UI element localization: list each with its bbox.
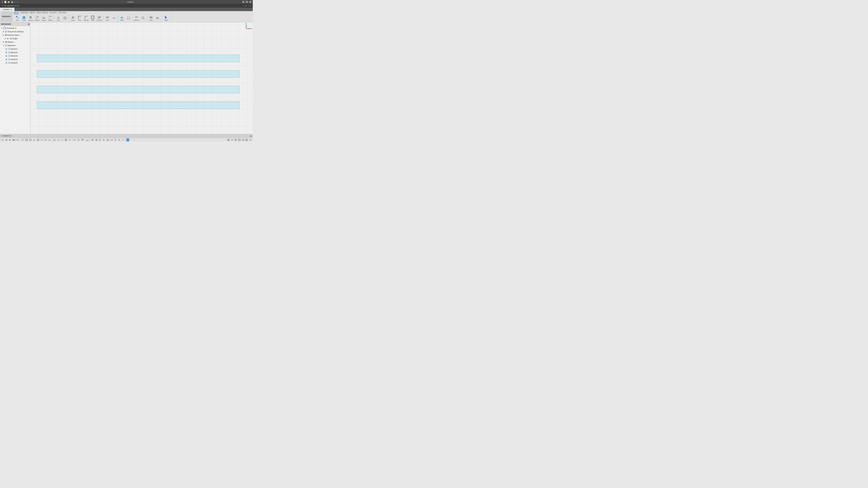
- tree-item-sketch1[interactable]: Sketch1: [0, 47, 30, 51]
- pan-icon[interactable]: [230, 138, 234, 141]
- automate-btn[interactable]: Auto: [55, 14, 61, 22]
- tree-item-sketch2[interactable]: Sketch2: [0, 51, 30, 54]
- sketch-project-btn[interactable]: [68, 138, 71, 141]
- measure-btn[interactable]: Measure: [133, 14, 140, 22]
- new-file-icon[interactable]: 📄: [4, 1, 7, 3]
- mode-plastic[interactable]: PLASTIC: [50, 12, 57, 14]
- view-cube-icon[interactable]: [241, 138, 245, 141]
- close-tab-icon[interactable]: ✕: [10, 8, 12, 10]
- design-dropdown[interactable]: DESIGN ▾: [1, 11, 12, 22]
- tree-visibility-sketch2[interactable]: [5, 52, 8, 53]
- sketch-circular-pattern-btn[interactable]: [77, 138, 81, 141]
- secondary-close-icon[interactable]: ✕: [250, 5, 251, 7]
- tree-item-sketch5[interactable]: Sketch5: [0, 61, 30, 65]
- shell-btn[interactable]: Shell: [90, 14, 96, 22]
- revolve-btn[interactable]: Revolve: [34, 14, 40, 22]
- tree-visibility-origin[interactable]: [7, 38, 9, 39]
- tree-visibility-sketch3[interactable]: [5, 55, 8, 57]
- tab-untitled[interactable]: Untitled ✕: [0, 8, 14, 11]
- sketch-polygon-btn[interactable]: [36, 138, 40, 141]
- sketch-rect-1[interactable]: [37, 55, 239, 62]
- sketch-break-btn[interactable]: [60, 138, 64, 141]
- sketch-rect-btn[interactable]: [25, 138, 28, 141]
- redo-icon[interactable]: ↪: [17, 1, 18, 3]
- mode-solid[interactable]: SOLID: [13, 12, 19, 14]
- mode-mesh[interactable]: MESH: [30, 12, 35, 14]
- combine-btn[interactable]: Combine: [96, 14, 102, 22]
- app-menu-icon[interactable]: ☰: [1, 1, 3, 3]
- sweep-btn[interactable]: Sweep: [41, 14, 47, 22]
- tree-item-bodies[interactable]: ▶ Bodies: [0, 40, 30, 44]
- sketch-trim-btn[interactable]: [53, 138, 56, 141]
- new-body-btn[interactable]: Body: [21, 14, 27, 22]
- viewport-canvas[interactable]: Z X: [30, 22, 253, 134]
- sketch-line-btn[interactable]: [21, 138, 25, 141]
- tree-item-sketches[interactable]: ▼ Sketches: [0, 44, 30, 47]
- sketch-offset-btn[interactable]: [64, 138, 68, 141]
- orbit-icon[interactable]: [227, 138, 230, 141]
- tree-visibility-sketch1[interactable]: [5, 48, 8, 50]
- undo-icon[interactable]: ↩: [14, 1, 16, 3]
- tree-item-doc-settings[interactable]: ▶ Document Settings: [0, 30, 30, 33]
- chamfer-btn[interactable]: Chamfer: [83, 14, 89, 22]
- zoom-icon[interactable]: [234, 138, 238, 141]
- mode-sheet-metal[interactable]: SHEET METAL: [36, 12, 48, 14]
- construct-btn2[interactable]: [125, 14, 132, 22]
- constraint-equal-btn[interactable]: [118, 138, 121, 141]
- mode-utilities[interactable]: UTILITIES: [58, 12, 66, 14]
- comments-collapse-btn[interactable]: ◀: [250, 135, 251, 137]
- mode-surface[interactable]: SURFACE: [20, 12, 28, 14]
- constraint-fix-btn[interactable]: [91, 138, 94, 141]
- browser-collapse-btn[interactable]: ◀: [28, 23, 29, 25]
- sketch-extend-btn[interactable]: [57, 138, 60, 141]
- sketch-resize-handle[interactable]: [37, 54, 38, 56]
- display-settings-icon[interactable]: [245, 138, 248, 141]
- settings-icon[interactable]: ⚙: [245, 5, 247, 7]
- fit-view-icon[interactable]: [238, 138, 241, 141]
- playback-play-btn[interactable]: ▶: [8, 138, 12, 141]
- joint-btn2[interactable]: [111, 14, 117, 22]
- tree-item-named-views[interactable]: ▶ Named Views: [0, 33, 30, 37]
- select-btn[interactable]: Select: [163, 14, 169, 22]
- finish-sketch-btn[interactable]: ✓: [126, 138, 129, 141]
- insert-btn2[interactable]: [155, 14, 161, 22]
- fillet-btn[interactable]: Fillet: [76, 14, 83, 22]
- constraint-parallel-btn[interactable]: [102, 138, 106, 141]
- sketch-mirror-btn[interactable]: [73, 138, 76, 141]
- automate-btn2[interactable]: [62, 14, 68, 22]
- insert-btn[interactable]: Insert: [148, 14, 154, 22]
- sketch-circle-btn[interactable]: [29, 138, 32, 141]
- sketch-dimension-btn[interactable]: D: [86, 138, 89, 141]
- sketch-rect-2[interactable]: [37, 70, 239, 77]
- tree-item-root[interactable]: ▼ (Unsaved) !: [0, 26, 30, 30]
- tree-visibility-sketch4[interactable]: [5, 59, 8, 60]
- constraint-coincident-btn[interactable]: [95, 138, 98, 141]
- tree-item-sketch3[interactable]: Sketch3: [0, 54, 30, 58]
- extrude-btn[interactable]: Extrude: [27, 14, 34, 22]
- sketch-spline-btn[interactable]: [40, 138, 43, 141]
- inspect-btn2[interactable]: [140, 14, 146, 22]
- offset-plane-btn[interactable]: Offset: [119, 14, 125, 22]
- playback-last-btn[interactable]: ⏭: [16, 138, 20, 141]
- window-maximize[interactable]: □: [246, 1, 248, 3]
- new-component-btn[interactable]: New: [14, 14, 21, 22]
- tree-item-sketch4[interactable]: Sketch4: [0, 58, 30, 61]
- constraint-horizontal-btn[interactable]: [110, 138, 113, 141]
- sketch-fit-point-btn[interactable]: [44, 138, 48, 141]
- playback-prev-btn[interactable]: ◀: [4, 138, 8, 141]
- window-minimize[interactable]: ─: [242, 1, 244, 3]
- save-icon[interactable]: 💾: [11, 1, 13, 3]
- constraint-perpendicular-btn[interactable]: [98, 138, 102, 141]
- sketch-rect-4[interactable]: [37, 101, 239, 109]
- constraint-vertical-btn[interactable]: [114, 138, 117, 141]
- sketch-arc-btn[interactable]: [32, 138, 36, 141]
- playback-first-btn[interactable]: ⏮: [1, 138, 4, 141]
- constraint-tangent-btn[interactable]: [106, 138, 110, 141]
- constraint-symmetric-btn[interactable]: [121, 138, 125, 141]
- tree-visibility-sketch5[interactable]: [5, 62, 8, 64]
- viewport[interactable]: Z X: [30, 22, 253, 134]
- playback-next-btn[interactable]: ▶▶: [12, 138, 16, 141]
- sketch-rect-3[interactable]: [37, 86, 239, 93]
- more-settings-icon[interactable]: [249, 138, 252, 141]
- open-file-icon[interactable]: 📂: [8, 1, 10, 3]
